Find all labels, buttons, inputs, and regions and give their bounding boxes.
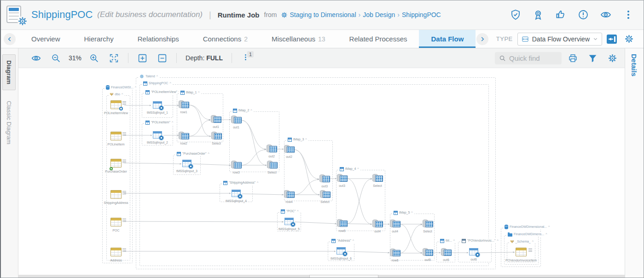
node-tmssqlinput-4[interactable]: tMSSqlInput_4	[222, 190, 250, 203]
table-menu-icon[interactable]	[122, 219, 126, 222]
tab-diagram[interactable]: Diagram	[2, 54, 16, 90]
table-icon	[110, 218, 122, 226]
dataset-icon	[267, 161, 278, 168]
tab-related-processes[interactable]: Related Processes	[337, 30, 419, 48]
breadcrumb-separator: ›	[397, 11, 400, 18]
table-node-povendorinvoiceitem[interactable]: POVendorInvoiceItem	[503, 248, 540, 262]
node-row1[interactable]: row1	[172, 100, 195, 114]
dock-panel-button[interactable]	[607, 35, 617, 44]
tab-hierarchy[interactable]: Hierarchy	[72, 30, 126, 48]
sql-input-icon	[182, 160, 191, 167]
tab-miscellaneous[interactable]: Miscellaneous13	[260, 30, 337, 48]
table-node-polineitemview[interactable]: POLineItemView	[102, 100, 130, 115]
tabs-scroll-left-button[interactable]	[4, 33, 16, 45]
chevron-down-icon	[593, 36, 598, 41]
breadcrumb-folder[interactable]: Job Design	[363, 11, 395, 18]
depth-setting[interactable]: Depth: FULL	[186, 54, 223, 62]
diagram-type-select[interactable]: Data Flow Overview	[517, 33, 602, 46]
node-tmssqlinput-1[interactable]: tMSSqlInput_1	[144, 101, 171, 114]
settings-gear-icon[interactable]	[624, 34, 634, 44]
node-row3[interactable]: row3	[225, 161, 248, 174]
node-out2-in[interactable]: out2	[278, 145, 301, 158]
node-out6-output[interactable]: out6	[462, 248, 485, 261]
node-out3-in[interactable]: out3	[331, 174, 354, 187]
scrollbar-thumb[interactable]	[309, 275, 378, 278]
node-select[interactable]: Select	[261, 161, 284, 174]
zoom-out-icon[interactable]	[51, 53, 61, 63]
diagram-canvas[interactable]: Talend ShippingPOC FinanceDWSt... Ψdbo "…	[18, 68, 625, 275]
node-tmssqlinput-3[interactable]: tMSSqlInput_3	[173, 160, 201, 173]
expand-all-icon[interactable]	[138, 53, 147, 63]
table-menu-icon[interactable]	[122, 160, 126, 163]
diagram-settings-gear-icon[interactable]	[608, 53, 617, 63]
filter-funnel-icon[interactable]	[588, 53, 598, 63]
table-menu-icon[interactable]	[122, 101, 126, 104]
breadcrumb-model[interactable]: Staging to Dimensional	[290, 11, 356, 18]
fit-to-screen-icon[interactable]	[109, 53, 119, 63]
certify-award-icon[interactable]	[533, 9, 544, 20]
warning-icon[interactable]	[578, 9, 589, 20]
key-icon	[110, 167, 113, 170]
object-type-label: Runtime Job	[218, 11, 260, 19]
node-out6[interactable]: out6	[435, 248, 458, 261]
endorse-thumbs-up-icon[interactable]	[555, 9, 566, 20]
visibility-eye-icon[interactable]	[31, 53, 41, 63]
node-select[interactable]: Select	[313, 190, 337, 203]
table-menu-icon[interactable]	[122, 133, 126, 136]
data-flow-icon	[522, 36, 529, 42]
node-tmssqlinput-5[interactable]: tMSSqlInput_5	[275, 218, 303, 231]
tab-classic-diagram[interactable]: Classic Diagram	[6, 99, 12, 146]
node-row5[interactable]: row5	[331, 219, 354, 232]
diagram-type-value: Data Flow Overview	[532, 35, 590, 43]
tab-data-flow[interactable]: Data Flow	[419, 30, 476, 48]
node-out1-in[interactable]: out1	[225, 116, 248, 129]
sql-input-icon	[153, 101, 162, 109]
app-header: ShippingPOC (Edit business documentation…	[0, 0, 644, 30]
tab-details[interactable]: Details	[630, 54, 638, 76]
edit-business-documentation-link[interactable]: (Edit business documentation)	[97, 10, 203, 19]
more-menu-icon[interactable]	[623, 9, 634, 20]
node-row4[interactable]: row4	[278, 190, 301, 203]
tab-connections[interactable]: Connections2	[191, 30, 260, 48]
dataset-icon	[179, 132, 189, 139]
data-quality-shield-icon[interactable]	[510, 9, 521, 20]
horizontal-scrollbar[interactable]	[18, 275, 625, 278]
dataset-icon	[337, 219, 348, 227]
dataset-icon	[372, 174, 383, 182]
node-row6[interactable]: row6	[383, 249, 406, 262]
table-menu-icon[interactable]	[122, 249, 126, 252]
quick-find-box[interactable]	[495, 52, 562, 64]
breadcrumb-item[interactable]: ShippingPOC	[402, 11, 441, 18]
table-node-address[interactable]: Address	[102, 248, 130, 262]
dataset-icon	[390, 249, 400, 256]
overlays-menu-button[interactable]: 1	[242, 53, 249, 63]
dataset-icon	[320, 190, 331, 198]
tab-relationships[interactable]: Relationships	[126, 30, 191, 48]
node-select[interactable]: Select	[205, 132, 228, 145]
node-select[interactable]: Select	[366, 174, 389, 187]
node-select[interactable]: Select	[416, 220, 439, 233]
node-tmssqlinput-6[interactable]: tMSSqlInput_6	[327, 247, 355, 260]
tab-overview[interactable]: Overview	[19, 30, 72, 48]
quick-find-input[interactable]	[509, 54, 557, 62]
print-icon[interactable]	[568, 53, 578, 63]
node-out4-in[interactable]: out4	[383, 220, 406, 233]
node-out1[interactable]: out1	[204, 115, 227, 128]
node-row2[interactable]: row2	[172, 132, 195, 145]
dataset-icon	[211, 115, 221, 123]
view-table-icon	[110, 100, 122, 109]
dataset-icon	[390, 220, 400, 227]
zoom-in-icon[interactable]	[89, 53, 99, 63]
watch-eye-icon[interactable]	[600, 9, 611, 20]
table-menu-icon[interactable]	[528, 249, 532, 252]
table-node-polineitem[interactable]: POLineItem	[102, 132, 130, 146]
type-label: TYPE	[496, 35, 513, 42]
node-tmssqlinput-2[interactable]: tMSSqlInput_2	[144, 131, 171, 144]
tabs-scroll-right-button[interactable]	[476, 33, 488, 45]
table-node-poc[interactable]: POC	[102, 218, 130, 232]
table-node-purchaseorder[interactable]: PurchaseOrder	[102, 159, 130, 173]
collapse-all-icon[interactable]	[157, 53, 167, 63]
table-node-shippingaddress[interactable]: ShippingAddress	[102, 190, 130, 204]
table-menu-icon[interactable]	[122, 191, 126, 194]
depth-value: FULL	[206, 54, 223, 62]
